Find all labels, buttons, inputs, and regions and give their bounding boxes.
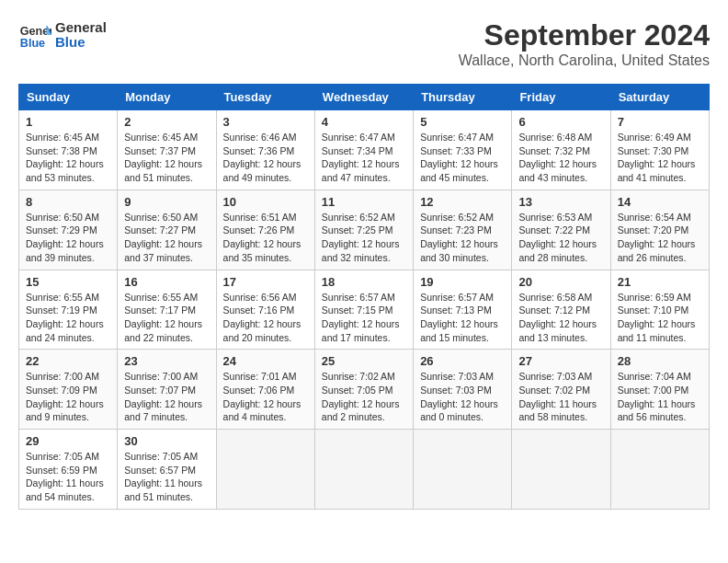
day-number: 16 <box>124 275 209 289</box>
day-info: Sunrise: 6:47 AMSunset: 7:34 PMDaylight:… <box>322 132 400 183</box>
day-info: Sunrise: 6:52 AMSunset: 7:23 PMDaylight:… <box>420 212 498 263</box>
day-number: 24 <box>223 354 308 368</box>
day-info: Sunrise: 6:47 AMSunset: 7:33 PMDaylight:… <box>420 132 498 183</box>
day-info: Sunrise: 7:05 AMSunset: 6:59 PMDaylight:… <box>26 451 104 502</box>
day-info: Sunrise: 7:03 AMSunset: 7:02 PMDaylight:… <box>518 371 597 422</box>
table-row: 12 Sunrise: 6:52 AMSunset: 7:23 PMDaylig… <box>414 190 512 270</box>
day-info: Sunrise: 6:48 AMSunset: 7:32 PMDaylight:… <box>518 132 597 183</box>
month-title: September 2024 <box>459 18 710 52</box>
table-row: 21 Sunrise: 6:59 AMSunset: 7:10 PMDaylig… <box>610 270 709 350</box>
day-number: 14 <box>618 195 702 209</box>
day-info: Sunrise: 6:53 AMSunset: 7:22 PMDaylight:… <box>518 212 597 263</box>
day-number: 19 <box>420 275 505 289</box>
day-number: 5 <box>420 115 505 129</box>
day-info: Sunrise: 6:54 AMSunset: 7:20 PMDaylight:… <box>618 212 696 263</box>
table-row: 29 Sunrise: 7:05 AMSunset: 6:59 PMDaylig… <box>19 430 118 510</box>
day-number: 22 <box>26 354 110 368</box>
day-number: 28 <box>618 354 702 368</box>
day-number: 30 <box>124 434 209 448</box>
table-row: 16 Sunrise: 6:55 AMSunset: 7:17 PMDaylig… <box>118 270 216 350</box>
day-info: Sunrise: 7:02 AMSunset: 7:05 PMDaylight:… <box>322 371 400 422</box>
table-row: 13 Sunrise: 6:53 AMSunset: 7:22 PMDaylig… <box>512 190 610 270</box>
table-row: 9 Sunrise: 6:50 AMSunset: 7:27 PMDayligh… <box>118 190 216 270</box>
logo: General Blue General Blue <box>18 18 107 52</box>
table-row <box>414 430 512 510</box>
day-info: Sunrise: 6:58 AMSunset: 7:12 PMDaylight:… <box>518 292 597 343</box>
day-number: 20 <box>518 275 603 289</box>
table-row: 6 Sunrise: 6:48 AMSunset: 7:32 PMDayligh… <box>512 110 610 190</box>
table-row: 30 Sunrise: 7:05 AMSunset: 6:57 PMDaylig… <box>118 430 216 510</box>
table-row: 8 Sunrise: 6:50 AMSunset: 7:29 PMDayligh… <box>19 190 118 270</box>
day-number: 10 <box>223 195 308 209</box>
table-row: 28 Sunrise: 7:04 AMSunset: 7:00 PMDaylig… <box>610 350 709 430</box>
location-title: Wallace, North Carolina, United States <box>459 52 710 69</box>
header-tuesday: Tuesday <box>216 85 314 110</box>
day-info: Sunrise: 6:50 AMSunset: 7:29 PMDaylight:… <box>26 212 104 263</box>
day-number: 23 <box>124 354 209 368</box>
table-row: 26 Sunrise: 7:03 AMSunset: 7:03 PMDaylig… <box>414 350 512 430</box>
day-number: 12 <box>420 195 505 209</box>
day-number: 9 <box>124 195 209 209</box>
day-info: Sunrise: 6:59 AMSunset: 7:10 PMDaylight:… <box>618 292 696 343</box>
weekday-header-row: Sunday Monday Tuesday Wednesday Thursday… <box>19 85 710 110</box>
day-info: Sunrise: 7:05 AMSunset: 6:57 PMDaylight:… <box>124 451 202 502</box>
day-number: 7 <box>618 115 702 129</box>
day-info: Sunrise: 6:49 AMSunset: 7:30 PMDaylight:… <box>618 132 696 183</box>
table-row: 19 Sunrise: 6:57 AMSunset: 7:13 PMDaylig… <box>414 270 512 350</box>
calendar-week-row: 15 Sunrise: 6:55 AMSunset: 7:19 PMDaylig… <box>19 270 710 350</box>
header-saturday: Saturday <box>610 85 709 110</box>
day-info: Sunrise: 6:51 AMSunset: 7:26 PMDaylight:… <box>223 212 301 263</box>
calendar-body: 1 Sunrise: 6:45 AMSunset: 7:38 PMDayligh… <box>19 110 710 510</box>
table-row: 17 Sunrise: 6:56 AMSunset: 7:16 PMDaylig… <box>216 270 314 350</box>
table-row: 23 Sunrise: 7:00 AMSunset: 7:07 PMDaylig… <box>118 350 216 430</box>
calendar-table: Sunday Monday Tuesday Wednesday Thursday… <box>18 84 710 510</box>
day-number: 4 <box>322 115 406 129</box>
day-info: Sunrise: 6:56 AMSunset: 7:16 PMDaylight:… <box>223 292 301 343</box>
table-row <box>314 430 413 510</box>
table-row: 27 Sunrise: 7:03 AMSunset: 7:02 PMDaylig… <box>512 350 610 430</box>
table-row: 3 Sunrise: 6:46 AMSunset: 7:36 PMDayligh… <box>216 110 314 190</box>
day-info: Sunrise: 7:04 AMSunset: 7:00 PMDaylight:… <box>618 371 696 422</box>
day-number: 11 <box>322 195 406 209</box>
table-row: 24 Sunrise: 7:01 AMSunset: 7:06 PMDaylig… <box>216 350 314 430</box>
table-row: 15 Sunrise: 6:55 AMSunset: 7:19 PMDaylig… <box>19 270 118 350</box>
day-number: 6 <box>518 115 603 129</box>
day-number: 26 <box>420 354 505 368</box>
day-info: Sunrise: 7:03 AMSunset: 7:03 PMDaylight:… <box>420 371 498 422</box>
table-row <box>512 430 610 510</box>
day-info: Sunrise: 7:01 AMSunset: 7:06 PMDaylight:… <box>223 371 301 422</box>
table-row: 7 Sunrise: 6:49 AMSunset: 7:30 PMDayligh… <box>610 110 709 190</box>
table-row: 4 Sunrise: 6:47 AMSunset: 7:34 PMDayligh… <box>314 110 413 190</box>
table-row: 1 Sunrise: 6:45 AMSunset: 7:38 PMDayligh… <box>19 110 118 190</box>
header-sunday: Sunday <box>19 85 118 110</box>
day-number: 3 <box>223 115 308 129</box>
day-number: 8 <box>26 195 110 209</box>
day-number: 15 <box>26 275 110 289</box>
day-number: 29 <box>26 434 110 448</box>
day-info: Sunrise: 6:45 AMSunset: 7:38 PMDaylight:… <box>26 132 104 183</box>
day-number: 1 <box>26 115 110 129</box>
table-row <box>216 430 314 510</box>
title-area: September 2024 Wallace, North Carolina, … <box>459 18 710 69</box>
day-number: 27 <box>518 354 603 368</box>
day-info: Sunrise: 7:00 AMSunset: 7:07 PMDaylight:… <box>124 371 202 422</box>
table-row: 10 Sunrise: 6:51 AMSunset: 7:26 PMDaylig… <box>216 190 314 270</box>
day-info: Sunrise: 6:52 AMSunset: 7:25 PMDaylight:… <box>322 212 400 263</box>
day-number: 25 <box>322 354 406 368</box>
day-info: Sunrise: 6:57 AMSunset: 7:15 PMDaylight:… <box>322 292 400 343</box>
table-row <box>610 430 709 510</box>
day-info: Sunrise: 7:00 AMSunset: 7:09 PMDaylight:… <box>26 371 104 422</box>
calendar-week-row: 1 Sunrise: 6:45 AMSunset: 7:38 PMDayligh… <box>19 110 710 190</box>
day-number: 13 <box>518 195 603 209</box>
table-row: 18 Sunrise: 6:57 AMSunset: 7:15 PMDaylig… <box>314 270 413 350</box>
day-info: Sunrise: 6:46 AMSunset: 7:36 PMDaylight:… <box>223 132 301 183</box>
header: General Blue General Blue September 2024… <box>18 18 710 69</box>
calendar-week-row: 29 Sunrise: 7:05 AMSunset: 6:59 PMDaylig… <box>19 430 710 510</box>
day-number: 2 <box>124 115 209 129</box>
day-info: Sunrise: 6:45 AMSunset: 7:37 PMDaylight:… <box>124 132 202 183</box>
day-number: 21 <box>618 275 702 289</box>
logo-icon: General Blue <box>18 18 51 52</box>
header-wednesday: Wednesday <box>314 85 413 110</box>
svg-text:Blue: Blue <box>20 37 45 50</box>
header-friday: Friday <box>512 85 610 110</box>
